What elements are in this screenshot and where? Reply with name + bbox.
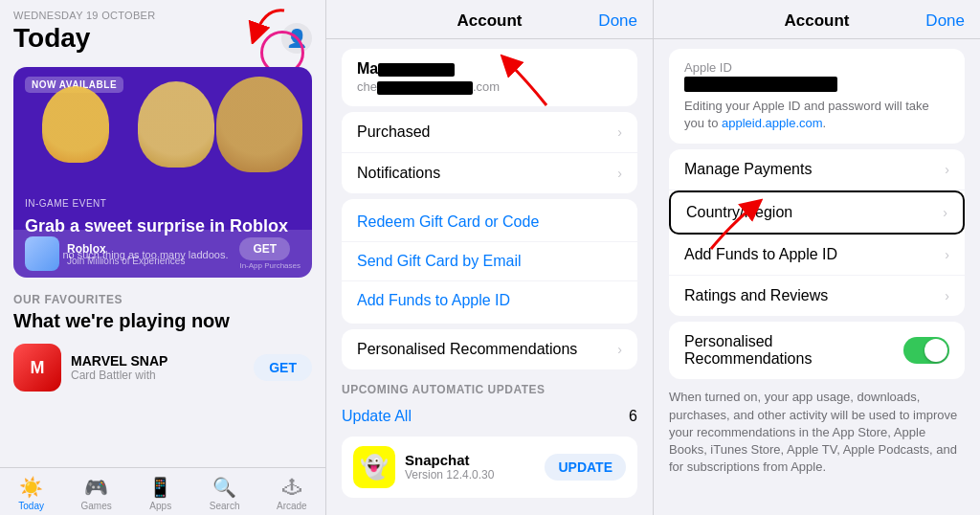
manage-payments-chevron: › bbox=[945, 162, 949, 177]
section-title: What we're playing now bbox=[0, 310, 325, 338]
roblox-name: Roblox bbox=[67, 242, 232, 256]
today-title: Today bbox=[13, 23, 90, 54]
list-item[interactable]: M MARVEL SNAP Card Battler with GET bbox=[0, 338, 325, 397]
update-all-link[interactable]: Update All bbox=[342, 408, 412, 425]
personalised-item[interactable]: Personalised Recommendations › bbox=[342, 329, 637, 369]
detail-done-button[interactable]: Done bbox=[925, 11, 965, 31]
today-header: Wednesday 19 October Today 👤 bbox=[0, 0, 325, 59]
panel-account: Account Done Ma che.com Purchased › Noti… bbox=[325, 0, 653, 515]
menu-group-purchased-notifications: Purchased › Notifications › bbox=[342, 112, 637, 193]
ratings-reviews-label: Ratings and Reviews bbox=[684, 287, 945, 304]
nav-today[interactable]: ☀️ Today bbox=[18, 476, 44, 511]
event-label: IN-GAME EVENT bbox=[25, 198, 106, 209]
apple-id-label: Apple ID bbox=[684, 60, 949, 75]
toggle-knob bbox=[924, 339, 947, 362]
account-detail-title: Account bbox=[785, 11, 850, 31]
snapchat-name: Snapchat bbox=[405, 452, 535, 468]
personalised-toggle[interactable] bbox=[903, 337, 949, 364]
snapchat-icon: 👻 bbox=[353, 446, 395, 488]
country-region-label: Country/Region bbox=[686, 204, 943, 221]
personalised-chevron: › bbox=[617, 342, 622, 357]
character-1 bbox=[42, 86, 109, 163]
update-all-row: Update All 6 bbox=[326, 400, 653, 433]
email-prefix: che bbox=[357, 79, 377, 94]
notifications-label: Notifications bbox=[357, 165, 617, 182]
nav-games-label: Games bbox=[80, 501, 111, 511]
apple-id-link[interactable]: appleid.apple.com bbox=[722, 116, 823, 130]
roblox-get-button[interactable]: GET bbox=[239, 237, 290, 260]
nav-search[interactable]: 🔍 Search bbox=[210, 476, 240, 511]
nav-search-label: Search bbox=[210, 501, 240, 511]
manage-payments-item[interactable]: Manage Payments › bbox=[669, 149, 965, 190]
in-app-label: In-App Purchases bbox=[239, 261, 301, 270]
manage-payments-label: Manage Payments bbox=[684, 161, 945, 178]
personalised-toggle-item[interactable]: Personalised Recommendations bbox=[669, 322, 965, 379]
notifications-item[interactable]: Notifications › bbox=[342, 153, 637, 193]
account-name-text: Ma bbox=[357, 60, 378, 77]
search-nav-icon: 🔍 bbox=[212, 476, 236, 499]
ratings-reviews-item[interactable]: Ratings and Reviews › bbox=[669, 276, 965, 316]
ratings-reviews-chevron: › bbox=[945, 288, 949, 303]
featured-card[interactable]: NOW AVAILABLE IN-GAME EVENT Grab a sweet… bbox=[13, 67, 312, 278]
links-group: Redeem Gift Card or Code Send Gift Card … bbox=[342, 199, 637, 324]
add-funds-label: Add Funds to Apple ID bbox=[684, 246, 945, 263]
account-email: che.com bbox=[357, 79, 622, 95]
purchased-label: Purchased bbox=[357, 123, 617, 141]
section-label: OUR FAVOURITES bbox=[0, 285, 325, 310]
country-region-item[interactable]: Country/Region › bbox=[669, 190, 965, 235]
purchased-chevron: › bbox=[617, 124, 622, 140]
personalised-rec-label: Personalised Recommendations bbox=[684, 333, 903, 368]
snapchat-update-row[interactable]: 👻 Snapchat Version 12.4.0.30 UPDATE bbox=[342, 437, 637, 498]
snapchat-version: Version 12.4.0.30 bbox=[405, 468, 535, 481]
account-user-card[interactable]: Ma che.com bbox=[342, 49, 637, 106]
account-title: Account bbox=[457, 11, 523, 31]
today-nav-icon: ☀️ bbox=[19, 476, 43, 499]
add-funds-item[interactable]: Add Funds to Apple ID › bbox=[669, 235, 965, 276]
personalised-toggle-group: Personalised Recommendations bbox=[669, 322, 965, 379]
apple-id-description: Editing your Apple ID and password will … bbox=[684, 98, 949, 132]
send-gift-card-link[interactable]: Send Gift Card by Email bbox=[342, 242, 637, 281]
marvel-snap-icon: M bbox=[13, 344, 61, 392]
account-header: Account Done bbox=[326, 0, 653, 39]
personalised-group: Personalised Recommendations › bbox=[342, 329, 637, 369]
today-date: Wednesday 19 October bbox=[13, 10, 312, 21]
marvel-snap-name: MARVEL SNAP bbox=[71, 353, 244, 369]
arcade-nav-icon: 🕹 bbox=[282, 477, 301, 499]
redacted-name bbox=[378, 63, 455, 77]
avatar[interactable]: 👤 bbox=[281, 23, 312, 54]
bottom-nav: ☀️ Today 🎮 Games 📱 Apps 🔍 Search 🕹 Arcad… bbox=[0, 467, 325, 515]
app-row: Roblox Join Millions of Experiences GET … bbox=[13, 230, 312, 278]
redacted-apple-id bbox=[684, 77, 837, 92]
marvel-get-button[interactable]: GET bbox=[254, 354, 312, 381]
apps-nav-icon: 📱 bbox=[148, 476, 172, 499]
character-2 bbox=[138, 81, 214, 168]
account-name: Ma bbox=[357, 60, 622, 78]
panel-today: Wednesday 19 October Today 👤 bbox=[0, 0, 325, 515]
notifications-chevron: › bbox=[617, 166, 622, 181]
nav-arcade[interactable]: 🕹 Arcade bbox=[277, 477, 307, 511]
apple-id-desc-suffix: . bbox=[823, 116, 827, 130]
snapchat-update-button[interactable]: UPDATE bbox=[545, 454, 626, 481]
nav-apps[interactable]: 📱 Apps bbox=[148, 476, 172, 511]
roblox-icon bbox=[25, 236, 59, 271]
marvel-snap-info: MARVEL SNAP Card Battler with bbox=[71, 353, 244, 382]
upcoming-label: UPCOMING AUTOMATIC UPDATES bbox=[326, 375, 653, 400]
marvel-snap-sub: Card Battler with bbox=[71, 369, 244, 382]
purchased-item[interactable]: Purchased › bbox=[342, 112, 637, 153]
person-icon: 👤 bbox=[286, 28, 307, 49]
apple-id-section[interactable]: Apple ID Editing your Apple ID and passw… bbox=[669, 49, 965, 144]
personalised-description: When turned on, your app usage, download… bbox=[654, 385, 980, 483]
done-button[interactable]: Done bbox=[598, 11, 637, 31]
redeem-gift-card-link[interactable]: Redeem Gift Card or Code bbox=[342, 203, 637, 242]
nav-games[interactable]: 🎮 Games bbox=[80, 476, 111, 511]
panel-account-detail: Account Done Apple ID Editing your Apple… bbox=[653, 0, 980, 515]
add-funds-link[interactable]: Add Funds to Apple ID bbox=[342, 281, 637, 320]
country-region-chevron: › bbox=[943, 205, 947, 220]
roblox-info: Roblox Join Millions of Experiences bbox=[67, 242, 232, 266]
add-funds-chevron: › bbox=[945, 247, 949, 262]
email-suffix: .com bbox=[473, 79, 500, 94]
nav-apps-label: Apps bbox=[149, 501, 171, 511]
nav-today-label: Today bbox=[18, 501, 44, 511]
account-detail-header: Account Done bbox=[654, 0, 980, 39]
snapchat-info: Snapchat Version 12.4.0.30 bbox=[405, 452, 535, 481]
